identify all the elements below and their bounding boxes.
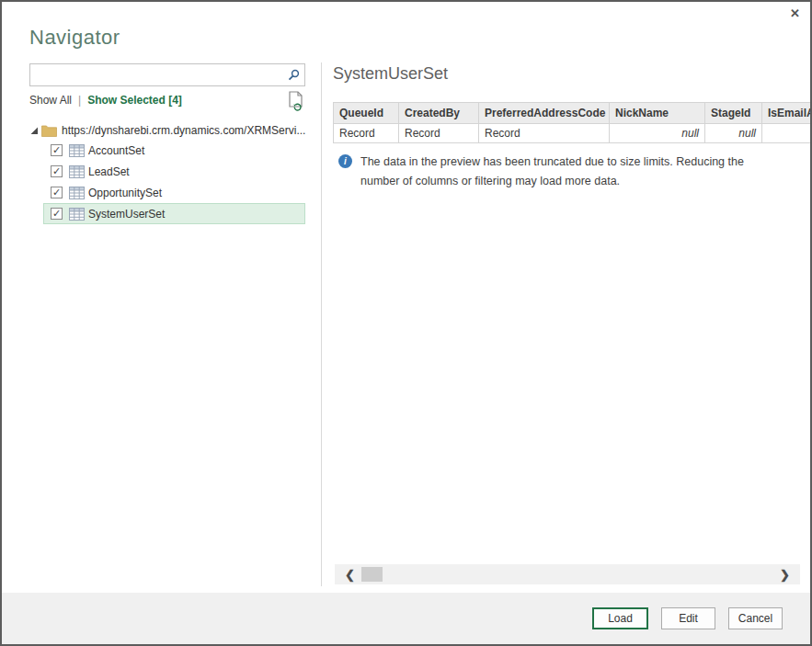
checkbox-leadset[interactable]: ✓ <box>51 165 63 177</box>
expand-collapse-icon[interactable] <box>29 126 41 135</box>
tree-root-label: https://dynsharebi.crm.dynamics.com/XRMS… <box>62 124 305 137</box>
scroll-left-icon[interactable]: ❮ <box>345 569 355 581</box>
show-all-link[interactable]: Show All <box>29 94 72 107</box>
table-icon <box>69 187 85 199</box>
table-cell: Record <box>334 124 399 143</box>
tree-item-label: SystemUserSet <box>88 208 165 221</box>
preview-title: SystemUserSet <box>333 64 448 84</box>
horizontal-scrollbar[interactable]: ❮ ❯ <box>335 564 800 584</box>
table-icon <box>69 165 85 178</box>
search-box <box>29 63 305 86</box>
cancel-button[interactable]: Cancel <box>728 607 783 629</box>
checkbox-accountset[interactable]: ✓ <box>51 144 63 156</box>
panel-divider <box>321 62 322 586</box>
column-header[interactable]: StageId <box>705 103 762 124</box>
search-input[interactable] <box>30 64 282 85</box>
tree-item-systemuserset[interactable]: ✓ SystemUserSet <box>43 203 305 224</box>
page-title: Navigator <box>29 26 120 50</box>
table-cell: null <box>610 124 705 143</box>
preview-table: QueueId CreatedBy PreferredAddressCode N… <box>333 102 810 143</box>
tree-item-accountset[interactable]: ✓ AccountSet <box>43 140 305 161</box>
navigation-tree: https://dynsharebi.crm.dynamics.com/XRMS… <box>29 120 307 224</box>
info-message: The data in the preview has been truncat… <box>360 153 778 191</box>
tree-item-leadset[interactable]: ✓ LeadSet <box>43 161 305 182</box>
column-header[interactable]: IsEmailAd <box>762 103 811 124</box>
table-cell: null <box>705 124 762 143</box>
info-icon: i <box>338 154 352 168</box>
scrollbar-thumb[interactable] <box>361 567 383 582</box>
table-icon <box>69 144 85 157</box>
tree-item-label: LeadSet <box>88 165 130 178</box>
table-row: Record Record Record null null <box>334 124 811 143</box>
refresh-preview-icon[interactable] <box>287 90 305 117</box>
tree-item-label: OpportunitySet <box>88 187 162 199</box>
show-selected-link[interactable]: Show Selected [4] <box>87 94 182 107</box>
column-header[interactable]: CreatedBy <box>399 103 479 124</box>
tree-root-node[interactable]: https://dynsharebi.crm.dynamics.com/XRMS… <box>29 120 307 140</box>
table-icon <box>69 208 85 221</box>
table-cell: Record <box>479 124 610 143</box>
preview-panel: SystemUserSet QueueId CreatedBy Preferre… <box>333 2 810 595</box>
column-header[interactable]: NickName <box>610 103 705 124</box>
scroll-right-icon[interactable]: ❯ <box>780 569 790 581</box>
folder-icon <box>41 124 57 137</box>
filter-separator: | <box>78 94 81 107</box>
table-cell: Record <box>399 124 479 143</box>
navigator-dialog: ✕ Navigator Show All | Show Selected [4]… <box>0 0 812 646</box>
tree-item-label: AccountSet <box>88 144 144 157</box>
search-icon[interactable] <box>282 64 304 85</box>
load-button[interactable]: Load <box>592 607 648 629</box>
table-header-row: QueueId CreatedBy PreferredAddressCode N… <box>334 103 811 124</box>
column-header[interactable]: PreferredAddressCode <box>479 103 610 124</box>
table-cell <box>762 124 811 143</box>
dialog-footer: Load Edit Cancel <box>2 593 810 644</box>
tree-item-opportunityset[interactable]: ✓ OpportunitySet <box>43 182 305 203</box>
checkbox-systemuserset[interactable]: ✓ <box>51 208 63 220</box>
truncation-info: i The data in the preview has been trunc… <box>338 153 778 191</box>
filter-row: Show All | Show Selected [4] <box>29 94 305 118</box>
edit-button[interactable]: Edit <box>661 607 715 629</box>
checkbox-opportunityset[interactable]: ✓ <box>51 187 63 198</box>
column-header[interactable]: QueueId <box>334 103 399 124</box>
